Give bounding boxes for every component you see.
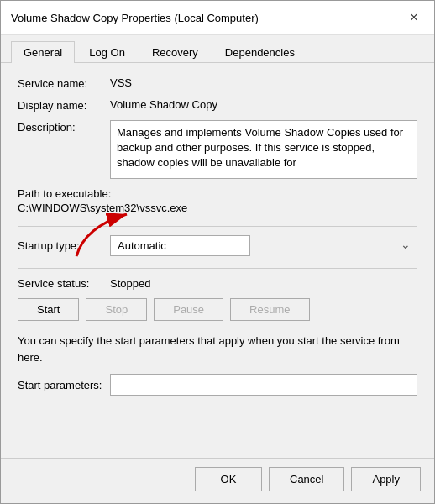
close-button[interactable]: × [404, 8, 424, 28]
startup-type-select[interactable]: Automatic Automatic (Delayed Start) Manu… [110, 235, 250, 256]
service-name-value: VSS [110, 76, 417, 89]
divider-1 [18, 226, 417, 227]
main-window: Volume Shadow Copy Properties (Local Com… [0, 0, 435, 504]
title-bar: Volume Shadow Copy Properties (Local Com… [1, 1, 434, 35]
apply-button[interactable]: Apply [351, 467, 421, 491]
path-label: Path to executable: [18, 187, 417, 200]
path-value: C:\WINDOWS\system32\vssvc.exe [18, 202, 417, 214]
service-status-value: Stopped [110, 277, 150, 290]
display-name-value: Volume Shadow Copy [110, 98, 417, 111]
ok-button[interactable]: OK [195, 467, 262, 491]
cancel-button[interactable]: Cancel [269, 467, 344, 491]
description-label: Description: [18, 120, 110, 134]
tab-recovery[interactable]: Recovery [139, 41, 211, 63]
tab-general[interactable]: General [11, 41, 75, 63]
start-button[interactable]: Start [18, 298, 79, 321]
footer: OK Cancel Apply [1, 458, 434, 503]
tab-dependencies[interactable]: Dependencies [212, 41, 307, 63]
description-row: Description: Manages and implements Volu… [18, 120, 417, 179]
service-name-row: Service name: VSS [18, 76, 417, 90]
display-name-row: Display name: Volume Shadow Copy [18, 98, 417, 112]
start-params-row: Start parameters: [18, 374, 417, 396]
start-params-input[interactable] [110, 374, 417, 396]
startup-type-label: Startup type: [18, 239, 110, 252]
display-name-label: Display name: [18, 98, 110, 112]
tab-bar: General Log On Recovery Dependencies [1, 35, 434, 63]
description-value: Manages and implements Volume Shadow Cop… [110, 120, 417, 179]
service-status-label: Service status: [18, 277, 110, 290]
path-section: Path to executable: C:\WINDOWS\system32\… [18, 187, 417, 214]
service-status-row: Service status: Stopped [18, 277, 417, 290]
divider-2 [18, 268, 417, 269]
tab-logon[interactable]: Log On [76, 41, 138, 63]
info-text: You can specify the start parameters tha… [18, 333, 417, 365]
resume-button[interactable]: Resume [230, 298, 309, 321]
stop-button[interactable]: Stop [86, 298, 147, 321]
startup-type-row: Startup type: Automatic Automatic (Delay… [18, 235, 417, 256]
content-area: Service name: VSS Display name: Volume S… [1, 63, 434, 458]
window-title: Volume Shadow Copy Properties (Local Com… [11, 12, 259, 24]
service-buttons-row: Start Stop Pause Resume [18, 298, 417, 321]
start-params-label: Start parameters: [18, 379, 110, 391]
service-name-label: Service name: [18, 76, 110, 90]
startup-type-wrapper: Automatic Automatic (Delayed Start) Manu… [110, 235, 417, 256]
pause-button[interactable]: Pause [154, 298, 223, 321]
